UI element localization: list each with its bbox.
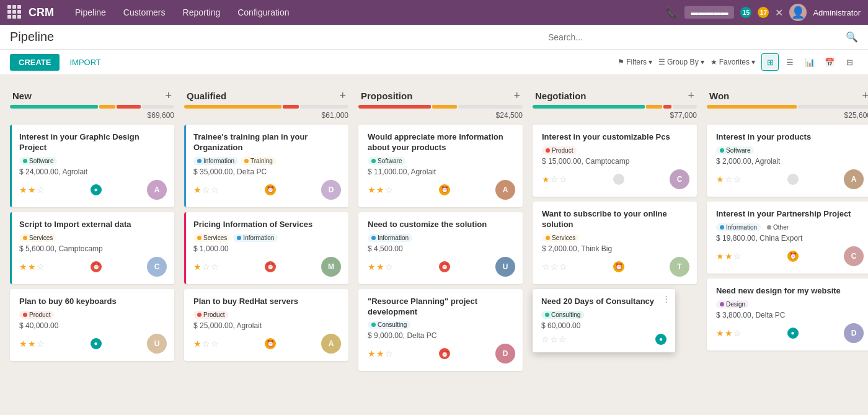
kanban-card[interactable]: "Resource Planning" project development … [358, 289, 523, 372]
card-avatar: A [321, 334, 341, 354]
star-2: ☆ [551, 262, 559, 272]
create-button[interactable]: CREATE [10, 54, 60, 71]
import-button[interactable]: IMPORT [64, 54, 105, 71]
column-add-qualified[interactable]: + [339, 90, 346, 101]
kanban-card[interactable]: Interest in your Graphic Design Project … [10, 125, 174, 207]
favorites-button[interactable]: ★ Favorites ▾ [711, 58, 755, 66]
notification-badge-2[interactable]: 17 [758, 7, 769, 18]
groupby-button[interactable]: ☰ Group By ▾ [658, 58, 704, 66]
column-amount-proposition: $24,500 [358, 111, 523, 120]
progress-segment [117, 105, 141, 109]
card-stars: ★★☆ [716, 251, 742, 261]
kanban-view-icon[interactable]: ⊞ [761, 53, 779, 71]
filters-button[interactable]: ⚑ Filters ▾ [618, 58, 652, 66]
grid-view-icon[interactable]: ⊟ [841, 53, 858, 71]
menu-reporting[interactable]: Reporting [180, 2, 223, 22]
page-title: Pipeline [10, 30, 54, 44]
user-avatar[interactable]: 👤 [789, 4, 807, 21]
kanban-card[interactable]: Interest in your customizable Pcs Produc… [533, 125, 697, 197]
card-avatar: D [321, 180, 341, 200]
star-3: ☆ [37, 262, 45, 272]
kanban-card[interactable]: Plan to buy RedHat servers Product $ 25,… [184, 289, 348, 361]
card-amount: $ 2,000.00, Agrolait [716, 157, 864, 166]
list-view-icon[interactable]: ☰ [781, 53, 799, 71]
card-stars: ★★☆ [19, 339, 45, 349]
card-title: Plan to buy RedHat servers [193, 297, 341, 307]
column-header-qualified: Qualified + [184, 85, 348, 105]
card-avatar: A [147, 180, 167, 200]
phone-icon[interactable]: 📞 [666, 7, 678, 19]
app-grid-icon[interactable] [7, 5, 22, 20]
card-amount: $ 11,000.00, Agrolait [368, 167, 515, 176]
deal-popup-card[interactable]: ⋮ Need 20 Days of Consultancy Consulting… [533, 289, 675, 352]
column-add-proposition[interactable]: + [513, 90, 520, 101]
card-stars: ★☆☆ [542, 174, 567, 184]
groupby-icon: ☰ [658, 58, 665, 66]
card-tag: Services [193, 234, 231, 242]
card-tag: Product [19, 311, 54, 319]
popup-amount: $ 60,000.00 [541, 321, 666, 330]
star-icon: ★ [711, 58, 717, 66]
column-add-won[interactable]: + [862, 90, 868, 101]
star-3: ☆ [385, 349, 393, 359]
star-1: ★ [716, 328, 724, 338]
search-input[interactable] [548, 32, 841, 42]
menu-customers[interactable]: Customers [121, 2, 168, 22]
column-title-new: New [12, 91, 32, 101]
progress-segment [707, 105, 797, 109]
kanban-card[interactable]: Interest in your products Software $ 2,0… [707, 125, 868, 197]
card-tags: Product [193, 311, 341, 319]
kanban-card[interactable]: Want to subscribe to your online solutio… [533, 202, 697, 284]
kanban-card[interactable]: Need new design for my website Design $ … [707, 279, 868, 350]
kanban-card[interactable]: Need to customize the solution Informati… [358, 212, 523, 284]
kanban-card[interactable]: Pricing Information of Services Services… [184, 212, 348, 284]
card-amount: $ 2,000.00, Think Big [542, 244, 689, 253]
kanban-card[interactable]: Script to Import external data Services … [10, 212, 174, 284]
close-icon[interactable]: ✕ [775, 7, 783, 19]
star-2: ★ [28, 339, 36, 349]
menu-pipeline[interactable]: Pipeline [73, 2, 108, 22]
status-badge: ⏰ [265, 338, 276, 349]
menu-configuration[interactable]: Configuration [235, 2, 291, 22]
progress-segment [432, 105, 456, 109]
card-footer: ★☆☆ ⏰ M [193, 257, 341, 277]
progress-segment [798, 105, 868, 109]
notification-badge-1[interactable]: 15 [740, 7, 751, 18]
progress-bar-won [707, 105, 868, 109]
card-amount: $ 25,000.00, Agrolait [193, 321, 341, 330]
card-footer: ★★☆ ⏰ C [716, 246, 864, 266]
card-stars: ★★☆ [19, 185, 45, 195]
column-add-negotiation[interactable]: + [688, 90, 694, 101]
card-amount: $ 15,000.00, Camptocamp [542, 157, 689, 166]
card-tags: Product [542, 146, 689, 154]
column-header-won: Won + [707, 85, 868, 105]
card-title: "Resource Planning" project development [368, 297, 515, 318]
kanban-card[interactable]: Would appreciate more information about … [358, 125, 523, 207]
kanban-card[interactable]: Trainee's training plan in your Organiza… [184, 125, 348, 207]
chart-view-icon[interactable]: 📊 [801, 53, 818, 71]
card-avatar: D [844, 323, 864, 343]
calendar-view-icon[interactable]: 📅 [821, 53, 838, 71]
card-avatar: C [844, 246, 864, 266]
card-footer: ★☆☆ A [716, 169, 864, 189]
actionbar-right: ⚑ Filters ▾ ☰ Group By ▾ ★ Favorites ▾ ⊞… [618, 53, 858, 71]
star-2: ★ [376, 185, 384, 195]
star-1: ★ [368, 349, 376, 359]
app-logo[interactable]: CRM [29, 6, 54, 19]
column-add-new[interactable]: + [165, 90, 172, 101]
column-amount-negotiation: $77,000 [533, 111, 697, 120]
toolbar: Pipeline 🔍 [0, 25, 868, 50]
star-1: ★ [368, 262, 376, 272]
card-tag: Product [193, 311, 228, 319]
star-3: ☆ [385, 185, 393, 195]
card-avatar: M [321, 257, 341, 277]
progress-segment [358, 105, 431, 109]
status-badge: ⏰ [265, 261, 276, 272]
card-tags: Product [19, 311, 167, 319]
kanban-card[interactable]: Interest in your Partnership Project Inf… [707, 202, 868, 274]
kanban-card[interactable]: Plan to buy 60 keyboards Product $ 40,00… [10, 289, 174, 361]
star-3: ☆ [211, 339, 219, 349]
status-badge: ● [655, 334, 666, 345]
actionbar-left: CREATE IMPORT [10, 54, 106, 71]
more-icon[interactable]: ⋮ [662, 294, 670, 303]
